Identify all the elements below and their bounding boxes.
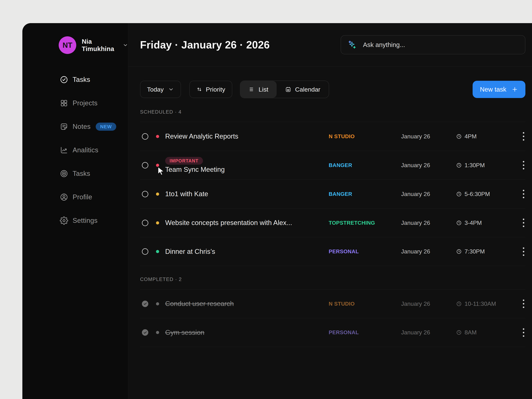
task-date: January 26 xyxy=(401,301,456,307)
task-row-completed[interactable]: Conduct user research N STUDIO January 2… xyxy=(140,289,526,318)
task-row-completed[interactable]: Gym session PERSONAL January 26 8AM xyxy=(140,318,526,347)
sidebar-item-label: Settings xyxy=(73,217,98,224)
row-menu-button[interactable] xyxy=(517,132,526,141)
task-title: 1to1 with Kate xyxy=(165,190,208,198)
project-label: PERSONAL xyxy=(329,249,401,255)
task-time: 5-6:30PM xyxy=(456,191,517,197)
view-calendar-tab[interactable]: Calendar xyxy=(277,81,329,98)
sidebar-item-tasks-2[interactable]: Tasks xyxy=(59,162,128,185)
check-icon xyxy=(143,331,147,334)
sidebar-item-tasks[interactable]: Tasks xyxy=(59,68,128,92)
clock-icon xyxy=(456,301,462,307)
chevron-down-icon xyxy=(168,86,174,92)
project-label: N STUDIO xyxy=(329,301,401,307)
task-time: 10-11:30AM xyxy=(456,301,517,307)
profile-icon xyxy=(60,193,68,201)
new-task-button[interactable]: New task xyxy=(473,81,526,98)
task-checkbox[interactable] xyxy=(142,191,148,197)
task-row[interactable]: 1to1 with Kate BANGER January 26 5-6:30P… xyxy=(140,179,526,208)
task-date: January 26 xyxy=(401,191,456,197)
ask-anything-box[interactable] xyxy=(341,35,526,54)
sidebar-item-label: Analitics xyxy=(73,146,98,154)
task-checkbox-checked[interactable] xyxy=(142,329,148,336)
task-date: January 26 xyxy=(401,162,456,169)
new-task-label: New task xyxy=(480,86,506,93)
clock-icon xyxy=(456,134,462,139)
task-time: 3-4PM xyxy=(456,220,517,226)
sidebar-item-projects[interactable]: Projects xyxy=(59,92,128,115)
sidebar-item-label: Tasks xyxy=(73,76,90,84)
today-label: Today xyxy=(147,86,164,93)
task-checkbox[interactable] xyxy=(142,220,148,226)
header: Friday · January 26 · 2026 xyxy=(128,23,532,67)
priority-dot xyxy=(156,221,159,224)
task-row[interactable]: Review Analytic Reports N STUDIO January… xyxy=(140,122,526,151)
sidebar-item-label: Projects xyxy=(73,99,98,107)
today-filter-button[interactable]: Today xyxy=(140,81,181,98)
view-calendar-label: Calendar xyxy=(295,86,320,93)
toolbar: Today Priority List Calendar xyxy=(140,81,526,98)
page-title: Friday · January 26 · 2026 xyxy=(140,39,270,51)
priority-dot xyxy=(156,331,159,334)
task-title: Review Analytic Reports xyxy=(165,132,238,140)
task-date: January 26 xyxy=(401,220,456,226)
task-date: January 26 xyxy=(401,329,456,336)
row-menu-button[interactable] xyxy=(517,328,526,337)
sidebar-item-notes[interactable]: Notes NEW xyxy=(59,115,128,138)
priority-dot xyxy=(156,250,159,253)
row-menu-button[interactable] xyxy=(517,247,526,256)
ai-sparkle-icon xyxy=(347,40,357,50)
calendar-icon xyxy=(285,86,291,92)
sidebar: NT Nia Timukhina Tasks Projects xyxy=(22,23,128,399)
app-window: NT Nia Timukhina Tasks Projects xyxy=(22,23,532,399)
check-icon xyxy=(143,302,147,306)
priority-dot xyxy=(156,135,159,138)
priority-dot xyxy=(156,302,159,305)
view-toggle: List Calendar xyxy=(240,81,329,98)
task-time: 4PM xyxy=(456,133,517,140)
clock-icon xyxy=(456,220,462,226)
task-checkbox-checked[interactable] xyxy=(142,301,148,307)
project-label: TOPSTRETCHING xyxy=(329,220,401,226)
main-panel: Friday · January 26 · 2026 xyxy=(128,23,532,399)
sidebar-item-profile[interactable]: Profile xyxy=(59,185,128,209)
task-row[interactable]: Dinner at Chris’s PERSONAL January 26 7:… xyxy=(140,237,526,266)
avatar[interactable]: NT xyxy=(59,36,76,54)
task-checkbox[interactable] xyxy=(142,162,148,169)
row-menu-button[interactable] xyxy=(517,161,526,170)
task-row[interactable]: IMPORTANT Team Sync Meeting BANGER Janua… xyxy=(140,151,526,179)
project-label: N STUDIO xyxy=(329,133,401,139)
task-checkbox[interactable] xyxy=(142,133,148,140)
task-title: Team Sync Meeting xyxy=(165,166,225,173)
ask-anything-input[interactable] xyxy=(363,41,519,49)
sidebar-item-settings[interactable]: Settings xyxy=(59,209,128,232)
row-menu-button[interactable] xyxy=(517,300,526,308)
plus-icon xyxy=(512,86,518,93)
view-list-tab[interactable]: List xyxy=(240,81,277,98)
clock-icon xyxy=(456,191,462,197)
task-checkbox[interactable] xyxy=(142,248,148,255)
task-title: Dinner at Chris’s xyxy=(165,248,215,255)
scheduled-section-title: SCHEDULED · 4 xyxy=(140,109,526,115)
user-menu[interactable]: NT Nia Timukhina xyxy=(59,36,128,54)
completed-section-title: COMPLETED · 2 xyxy=(140,277,526,282)
sidebar-item-analitics[interactable]: Analitics xyxy=(59,138,128,162)
task-time: 1:30PM xyxy=(456,162,517,169)
gear-icon xyxy=(60,216,68,225)
priority-dot xyxy=(156,193,159,196)
project-label: PERSONAL xyxy=(329,329,401,335)
task-row[interactable]: Website concepts presentation with Alex.… xyxy=(140,208,526,237)
clock-icon xyxy=(456,249,462,254)
priority-label: Priority xyxy=(206,86,225,93)
new-badge: NEW xyxy=(96,123,116,131)
target-icon xyxy=(60,170,68,178)
row-menu-button[interactable] xyxy=(517,190,526,198)
priority-sort-button[interactable]: Priority xyxy=(189,81,232,98)
task-time: 7:30PM xyxy=(456,248,517,255)
row-menu-button[interactable] xyxy=(517,219,526,227)
task-date: January 26 xyxy=(401,133,456,140)
clock-icon xyxy=(456,163,462,168)
task-title: Gym session xyxy=(165,329,204,336)
task-date: January 26 xyxy=(401,248,456,255)
chevron-down-icon[interactable] xyxy=(123,42,128,48)
